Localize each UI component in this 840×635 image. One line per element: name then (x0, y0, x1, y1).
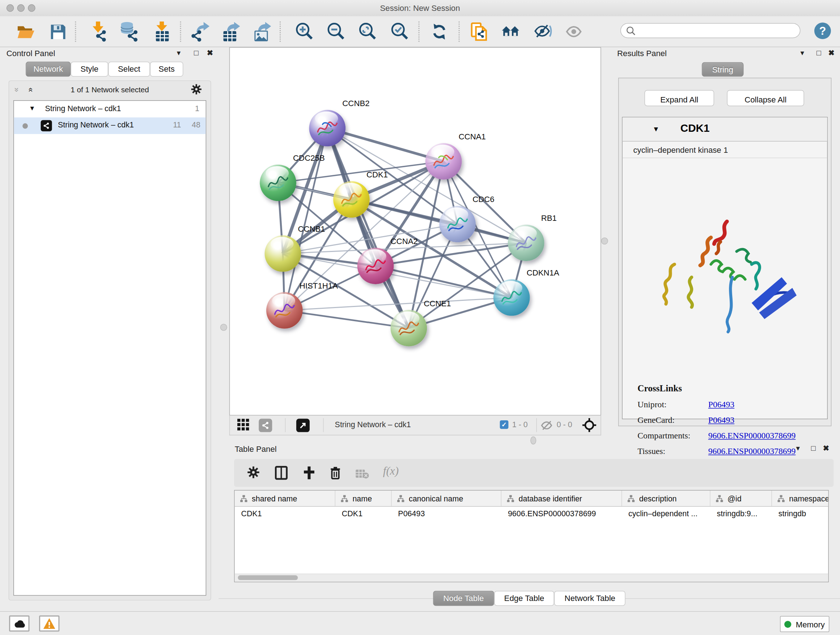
tab-edge-table[interactable]: Edge Table (494, 591, 554, 606)
selected-checkbox-icon[interactable]: ✓ (500, 420, 508, 429)
warning-icon (43, 618, 56, 630)
crosslink-label: GeneCard: (638, 416, 708, 425)
network-node-CDK1[interactable] (333, 181, 370, 218)
import-network-button[interactable] (88, 21, 109, 42)
table-toolbar: f(x) (234, 459, 834, 487)
column-header--id[interactable]: @id (711, 491, 772, 506)
table-cell[interactable]: CDK1 (235, 507, 335, 521)
network-options-gear-icon[interactable] (191, 84, 202, 97)
network-node-CDC6[interactable] (439, 206, 476, 242)
tab-network-table[interactable]: Network Table (554, 591, 625, 606)
network-node-CCNA1[interactable] (425, 143, 462, 180)
right-splitter-handle[interactable] (601, 238, 608, 244)
zoom-selected-button[interactable] (390, 21, 410, 42)
zoom-out-button[interactable] (325, 21, 346, 42)
table-cell[interactable]: CDK1 (335, 507, 392, 521)
export-image-button[interactable] (253, 21, 273, 42)
float-panel-icon[interactable]: □ (816, 48, 821, 57)
delete-table-icon (355, 469, 369, 481)
tab-select[interactable]: Select (108, 62, 150, 76)
show-all-networks-button[interactable] (501, 21, 521, 42)
search-input[interactable] (621, 23, 801, 38)
clone-network-button[interactable] (469, 21, 489, 42)
table-cell[interactable]: cyclin–dependent ... (622, 507, 710, 521)
horizontal-scrollbar[interactable] (235, 574, 829, 582)
open-in-new-window-icon[interactable] (296, 419, 309, 432)
column-header-name[interactable]: name (335, 491, 392, 506)
open-session-button[interactable] (16, 21, 36, 42)
panel-menu-icon[interactable]: ▾ (177, 48, 180, 57)
close-panel-icon[interactable]: ✖ (207, 48, 213, 57)
table-panel-title: Table Panel (235, 445, 277, 454)
cloud-status-button[interactable] (9, 616, 29, 631)
collapse-all-button[interactable]: Collapse All (727, 90, 804, 106)
float-panel-icon[interactable]: □ (194, 48, 199, 57)
scrollbar-thumb[interactable] (238, 575, 298, 580)
center-view-crosshair-icon[interactable] (583, 418, 597, 434)
memory-label: Memory (796, 619, 825, 629)
network-collection-row[interactable]: ▼ String Network – cdk1 1 (14, 101, 206, 117)
tab-string[interactable]: String (702, 62, 744, 77)
network-node-CDKN1A[interactable] (493, 279, 530, 316)
crosslink-link[interactable]: 9606.ENSP00000378699 (708, 431, 796, 441)
network-node-CCNB1[interactable] (265, 235, 302, 272)
export-table-button[interactable] (221, 21, 242, 42)
close-panel-icon[interactable]: ✖ (823, 444, 829, 453)
column-header-description[interactable]: description (622, 491, 710, 506)
network-node-CDC25B[interactable] (260, 165, 296, 201)
control-panel-title: Control Panel (6, 49, 55, 58)
network-canvas[interactable]: CCNB2CCNA1CDC25BCDK1CDC6RB1CCNB1CCNA2CDK… (229, 47, 601, 415)
column-header-namespace[interactable]: namespace (772, 491, 829, 506)
table-cell[interactable]: stringdb:9... (711, 507, 772, 521)
panel-menu-icon[interactable]: ▾ (796, 444, 800, 453)
crosslink-link[interactable]: P06493 (708, 400, 734, 410)
table-row[interactable]: CDK1CDK1P064939606.ENSP00000378699cyclin… (235, 507, 829, 521)
tab-style[interactable]: Style (71, 62, 108, 76)
column-header-canonical-name[interactable]: canonical name (392, 491, 502, 506)
import-network-from-database-button[interactable] (119, 21, 140, 42)
network-node-CCNB2[interactable] (309, 110, 346, 147)
column-header-database-identifier[interactable]: database identifier (501, 491, 622, 506)
zoom-in-button[interactable] (294, 21, 314, 42)
import-table-button[interactable] (152, 21, 172, 42)
create-column-plus-icon[interactable] (303, 466, 316, 482)
tab-network[interactable]: Network (26, 62, 71, 76)
float-panel-icon[interactable]: □ (811, 444, 816, 453)
node-details-expander-icon[interactable]: ▼ (653, 125, 660, 133)
expand-all-button[interactable]: Expand All (645, 90, 714, 106)
network-view: CCNB2CCNA1CDC25BCDK1CDC6RB1CCNB1CCNA2CDK… (229, 47, 601, 435)
network-node-RB1[interactable] (508, 225, 545, 261)
tab-node-table[interactable]: Node Table (433, 591, 494, 606)
export-network-button[interactable] (190, 21, 210, 42)
show-hidden-button[interactable] (564, 21, 584, 42)
panel-menu-icon[interactable]: ▾ (800, 48, 804, 57)
title-bar[interactable]: Session: New Session (0, 0, 840, 17)
close-panel-icon[interactable]: ✖ (828, 48, 834, 57)
show-columns-icon[interactable] (275, 466, 288, 482)
help-button[interactable]: ? (814, 22, 831, 39)
network-node-CCNE1[interactable] (391, 310, 427, 347)
left-splitter-handle[interactable] (220, 324, 227, 331)
delete-column-trash-icon[interactable] (330, 466, 341, 482)
network-row[interactable]: String Network – cdk1 11 48 (14, 117, 206, 134)
birdseye-grid-icon[interactable] (237, 419, 249, 433)
collection-expander-icon[interactable]: ▼ (29, 105, 35, 112)
table-options-gear-icon[interactable] (247, 466, 260, 481)
network-node-count: 11 (173, 120, 181, 129)
network-node-HIST1H1A[interactable] (266, 292, 303, 329)
tab-sets[interactable]: Sets (150, 62, 183, 76)
hide-selected-button[interactable] (533, 21, 553, 42)
footer-separator (323, 418, 324, 432)
crosslink-link[interactable]: P06493 (708, 416, 734, 425)
apply-layout-button[interactable] (429, 21, 449, 42)
table-cell[interactable]: P06493 (392, 507, 502, 521)
network-node-CCNA2[interactable] (357, 248, 394, 284)
table-cell[interactable]: 9606.ENSP00000378699 (501, 507, 622, 521)
network-share-icon[interactable] (259, 419, 272, 432)
table-cell[interactable]: stringdb (772, 507, 829, 521)
memory-button[interactable]: Memory (780, 616, 829, 632)
zoom-fit-button[interactable] (357, 21, 378, 42)
column-header-shared-name[interactable]: shared name (235, 491, 335, 506)
save-session-button[interactable] (48, 21, 68, 42)
warnings-button[interactable] (39, 616, 59, 631)
